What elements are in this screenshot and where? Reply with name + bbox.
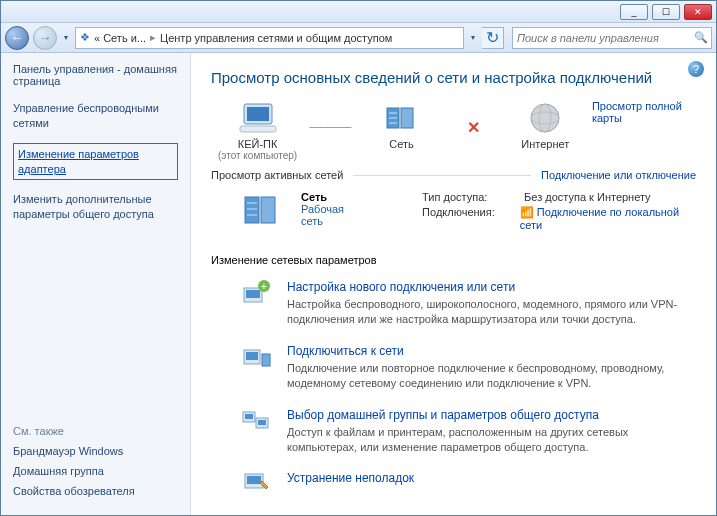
- svg-rect-28: [247, 476, 261, 484]
- task-title[interactable]: Настройка нового подключения или сети: [287, 280, 696, 294]
- svg-rect-12: [261, 197, 275, 223]
- svg-rect-21: [246, 352, 258, 360]
- lan-icon: 📶: [520, 206, 534, 218]
- svg-rect-22: [262, 354, 270, 366]
- breadcrumb-item[interactable]: Центр управления сетями и общим доступом: [160, 32, 392, 44]
- main-content: ? Просмотр основных сведений о сети и на…: [191, 53, 716, 515]
- task-desc: Подключение или повторное подключение к …: [287, 361, 696, 392]
- svg-text:+: +: [261, 281, 267, 292]
- sharing-icon: [241, 408, 273, 456]
- sidebar-see-also-label: См. также: [13, 425, 178, 437]
- minimize-button[interactable]: _: [620, 4, 648, 20]
- refresh-button[interactable]: ↻: [482, 27, 504, 49]
- troubleshoot-icon: [241, 471, 273, 493]
- search-box[interactable]: 🔍: [512, 27, 712, 49]
- sidebar-item-internet-options[interactable]: Свойства обозревателя: [13, 485, 178, 497]
- map-node-label: Сеть: [355, 138, 448, 150]
- access-type-label: Тип доступа:: [422, 191, 514, 203]
- task-desc: Настройка беспроводного, широкополосного…: [287, 297, 696, 328]
- connector-ok: — — —: [304, 118, 355, 134]
- task-troubleshoot[interactable]: Устранение неполадок: [211, 465, 696, 495]
- sidebar-item-homegroup[interactable]: Домашняя группа: [13, 465, 178, 477]
- network-icon: [383, 100, 419, 136]
- active-network-row: Сеть Рабочая сеть Тип доступа: Без досту…: [211, 187, 696, 238]
- svg-rect-1: [247, 107, 269, 121]
- task-new-connection[interactable]: + Настройка нового подключения или сети …: [211, 274, 696, 338]
- map-node-label: КЕЙ-ПК: [211, 138, 304, 150]
- separator: [353, 175, 531, 176]
- svg-rect-2: [240, 126, 276, 132]
- breadcrumb-item[interactable]: « Сеть и...: [94, 32, 146, 44]
- refresh-icon: ↻: [486, 28, 499, 47]
- history-dropdown[interactable]: ▾: [61, 33, 71, 42]
- search-input[interactable]: [513, 32, 691, 44]
- window: _ ☐ ✕ ← → ▾ ❖ « Сеть и... ▸ Центр управл…: [0, 0, 717, 516]
- sidebar-item-firewall[interactable]: Брандмауэр Windows: [13, 445, 178, 457]
- sidebar-home-link[interactable]: Панель управления - домашняя страница: [13, 63, 178, 87]
- section-label: Просмотр активных сетей: [211, 169, 343, 181]
- network-name: Сеть: [301, 191, 366, 203]
- change-settings-header: Изменение сетевых параметров: [211, 254, 696, 266]
- search-icon: 🔍: [691, 31, 711, 44]
- task-homegroup-sharing[interactable]: Выбор домашней группы и параметров общег…: [211, 402, 696, 466]
- sidebar: Панель управления - домашняя страница Уп…: [1, 53, 191, 515]
- task-desc: Доступ к файлам и принтерам, расположенн…: [287, 425, 696, 456]
- svg-rect-4: [401, 108, 413, 128]
- task-title[interactable]: Подключиться к сети: [287, 344, 696, 358]
- maximize-button[interactable]: ☐: [652, 4, 680, 20]
- connection-link[interactable]: Подключение по локальной сети: [520, 206, 679, 231]
- svg-rect-24: [245, 414, 253, 419]
- new-connection-icon: +: [241, 280, 273, 328]
- view-full-map-link[interactable]: Просмотр полной карты: [592, 100, 696, 124]
- map-node-this-pc: КЕЙ-ПК (этот компьютер): [211, 100, 304, 161]
- connect-icon: [241, 344, 273, 392]
- help-button[interactable]: ?: [688, 61, 704, 77]
- svg-rect-11: [245, 197, 259, 223]
- back-button[interactable]: ←: [5, 26, 29, 50]
- address-dropdown[interactable]: ▾: [468, 33, 478, 42]
- breadcrumb-root-icon: ❖: [80, 31, 90, 44]
- title-bar: _ ☐ ✕: [1, 1, 716, 23]
- task-title[interactable]: Устранение неполадок: [287, 471, 414, 485]
- network-type-link[interactable]: Рабочая сеть: [301, 203, 366, 227]
- page-title: Просмотр основных сведений о сети и наст…: [211, 69, 696, 86]
- map-node-label: Интернет: [499, 138, 592, 150]
- network-map: КЕЙ-ПК (этот компьютер) — — — Сеть ✕ Инт…: [211, 100, 696, 161]
- task-title[interactable]: Выбор домашней группы и параметров общег…: [287, 408, 696, 422]
- task-connect-to-network[interactable]: Подключиться к сети Подключение или повт…: [211, 338, 696, 402]
- computer-icon: [238, 100, 278, 136]
- map-node-network: Сеть: [355, 100, 448, 150]
- active-networks-header: Просмотр активных сетей Подключение или …: [211, 169, 696, 181]
- sidebar-item-adapter-settings[interactable]: Изменение параметров адаптера: [13, 143, 178, 181]
- svg-rect-26: [258, 420, 266, 425]
- sidebar-item-advanced-sharing[interactable]: Изменить дополнительные параметры общего…: [13, 192, 178, 222]
- map-node-internet: Интернет: [499, 100, 592, 150]
- map-node-sublabel: (этот компьютер): [211, 150, 304, 161]
- address-bar[interactable]: ❖ « Сеть и... ▸ Центр управления сетями …: [75, 27, 464, 49]
- svg-point-8: [531, 104, 559, 132]
- connector-fail-icon: ✕: [448, 118, 499, 137]
- close-button[interactable]: ✕: [684, 4, 712, 20]
- sidebar-item-wireless[interactable]: Управление беспроводными сетями: [13, 101, 178, 131]
- network-large-icon: [241, 191, 285, 234]
- connections-label: Подключения:: [422, 206, 510, 231]
- nav-bar: ← → ▾ ❖ « Сеть и... ▸ Центр управления с…: [1, 23, 716, 53]
- globe-icon: [527, 100, 563, 136]
- svg-rect-17: [246, 290, 260, 298]
- access-type-value: Без доступа к Интернету: [524, 191, 651, 203]
- forward-button[interactable]: →: [33, 26, 57, 50]
- breadcrumb-separator: ▸: [150, 31, 156, 44]
- connect-disconnect-link[interactable]: Подключение или отключение: [541, 169, 696, 181]
